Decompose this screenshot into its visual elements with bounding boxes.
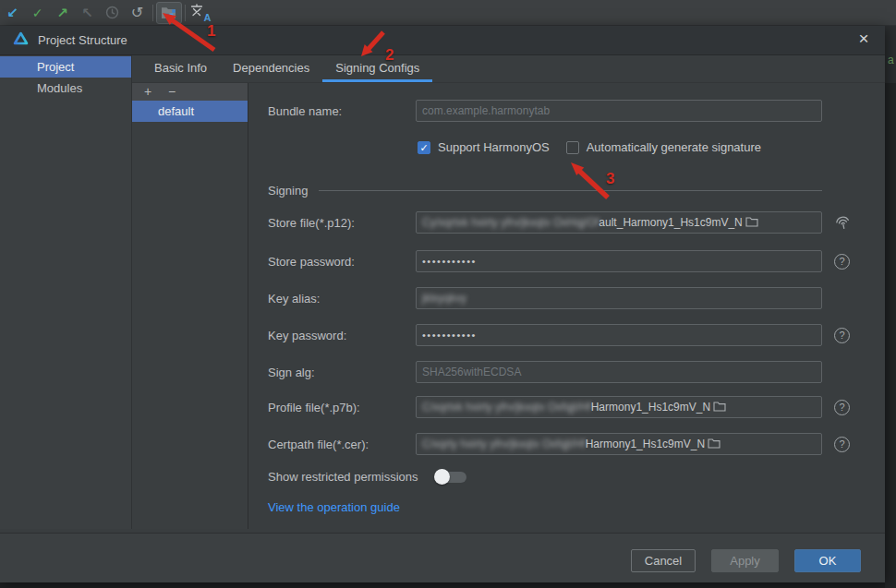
close-icon[interactable]: × — [854, 29, 874, 51]
ok-button[interactable]: OK — [794, 549, 861, 572]
key-password-label: Key password: — [268, 329, 416, 342]
commit-check-icon[interactable]: ✓ — [25, 2, 50, 24]
add-config-button[interactable]: + — [141, 84, 154, 100]
help-icon[interactable]: ? — [834, 328, 850, 343]
toolbar-separator — [152, 5, 153, 21]
bundle-name-label: Bundle name: — [268, 104, 416, 118]
annotation-number-1: 1 — [207, 22, 215, 41]
signing-form: Bundle name: com.example.harmonytab ✓ Su… — [248, 83, 885, 529]
restricted-permissions-toggle[interactable] — [435, 472, 466, 483]
profile-file-label: Profile file(*.p7b): — [268, 401, 416, 414]
editor-bottom-sliver — [0, 582, 885, 588]
remove-config-button[interactable]: − — [165, 84, 178, 100]
annotation-number-3: 3 — [606, 170, 614, 188]
history-clock-icon[interactable] — [100, 2, 125, 24]
dialog-titlebar: Project Structure × — [0, 26, 885, 55]
folder-icon[interactable] — [708, 438, 720, 451]
store-password-field[interactable]: ••••••••••• — [416, 250, 822, 272]
editor-text-fragment: a — [888, 54, 894, 66]
dialog-body: Project Modules Basic Info Dependencies … — [0, 55, 885, 529]
cancel-button[interactable]: Cancel — [631, 549, 696, 572]
project-structure-dialog: Project Structure × Project Modules Basi… — [0, 26, 885, 582]
sign-alg-field[interactable]: SHA256withECDSA — [416, 361, 822, 383]
undo-icon[interactable]: ↺ — [125, 2, 150, 24]
signing-config-list-panel: + − default — [132, 83, 248, 529]
key-alias-label: Key alias: — [268, 292, 416, 306]
screen: ↙ ✓ ↗ ↖ ↺ A a — [0, 0, 896, 588]
pull-arrow-icon[interactable]: ↙ — [0, 2, 25, 24]
store-password-label: Store password: — [268, 255, 416, 269]
annotation-number-2: 2 — [385, 46, 394, 65]
key-password-field[interactable]: ••••••••••• — [416, 324, 822, 346]
operation-guide-link[interactable]: View the operation guide — [268, 500, 400, 514]
auto-generate-signature-label: Automatically generate signature — [587, 140, 761, 154]
sidebar-item-modules[interactable]: Modules — [0, 78, 131, 99]
deveco-logo-icon — [13, 31, 29, 50]
certpath-file-field[interactable]: C/xqrty hxirty yfrv/jkxqtx Oxfqjt/HfHarm… — [416, 433, 822, 455]
help-icon[interactable]: ? — [834, 400, 850, 415]
support-harmonyos-label: Support HarmonyOS — [438, 140, 550, 154]
bundle-name-field[interactable]: com.example.harmonytab — [416, 100, 822, 122]
folder-icon[interactable] — [713, 401, 726, 414]
store-file-field[interactable]: Cy/xqrtxk hxirty yfrv/jkxqtx OxHqj/Ofaul… — [416, 211, 822, 234]
sidebar-item-project[interactable]: Project — [0, 56, 131, 78]
dialog-sidebar: Project Modules — [0, 55, 132, 529]
auto-generate-signature-checkbox[interactable] — [566, 141, 579, 154]
profile-file-field[interactable]: C/xqrtxk hxirty yfrv/jkxqtx Oxfqjt/HfHar… — [416, 396, 822, 418]
config-list-toolbar: + − — [132, 83, 248, 101]
key-alias-field[interactable]: jklxyqkvy — [416, 287, 822, 309]
tab-dependencies[interactable]: Dependencies — [220, 55, 322, 82]
ide-toolbar: ↙ ✓ ↗ ↖ ↺ A — [0, 0, 896, 26]
help-icon[interactable]: ? — [834, 437, 850, 452]
folder-icon[interactable] — [745, 216, 758, 230]
editor-background-sliver: a — [885, 26, 896, 588]
signing-section-title: Signing — [268, 184, 308, 198]
store-file-label: Store file(*.p12): — [268, 216, 416, 230]
fingerprint-icon[interactable] — [834, 214, 852, 232]
push-arrow-icon[interactable]: ↗ — [50, 2, 75, 24]
dialog-title: Project Structure — [38, 33, 127, 47]
support-harmonyos-checkbox[interactable]: ✓ — [418, 141, 430, 154]
restricted-permissions-label: Show restricted permissions — [268, 470, 418, 484]
certpath-file-label: Certpath file(*.cer): — [268, 438, 416, 451]
dialog-main: Basic Info Dependencies Signing Configs … — [132, 55, 885, 529]
dialog-footer: Cancel Apply OK — [0, 533, 885, 582]
sign-alg-label: Sign alg: — [268, 366, 416, 379]
tab-bar: Basic Info Dependencies Signing Configs — [132, 55, 885, 83]
apply-button[interactable]: Apply — [711, 549, 779, 572]
help-icon[interactable]: ? — [834, 254, 850, 270]
config-list-item-default[interactable]: default — [132, 101, 248, 122]
tab-basic-info[interactable]: Basic Info — [141, 55, 220, 82]
rollback-arrow-icon[interactable]: ↖ — [75, 2, 100, 24]
